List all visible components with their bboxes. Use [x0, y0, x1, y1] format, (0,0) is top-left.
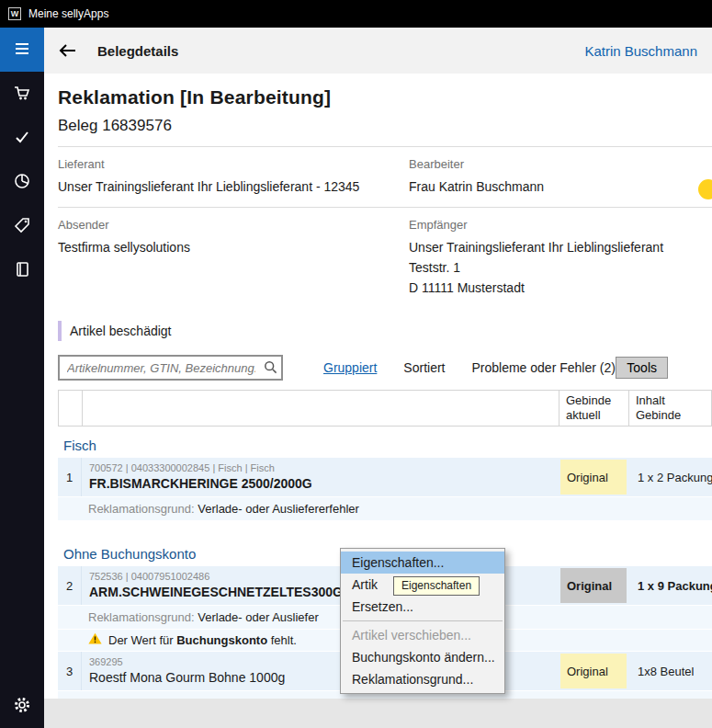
context-menu: Eigenschaften... Artik Ersetzen... Artik… — [340, 548, 505, 694]
row-number: 3 — [58, 652, 82, 690]
hamburger-icon — [13, 40, 31, 61]
grund-value: Verlade- oder Ausliefererfehler — [195, 502, 359, 516]
arrow-left-icon — [57, 41, 77, 60]
app-logo-icon: W — [8, 7, 21, 20]
app-window: W Meine sellyApps — [0, 0, 712, 728]
document-number: Beleg 16839576 — [58, 117, 712, 135]
table-row[interactable]: 1 700572 | 04033300002845 | Fisch | Fisc… — [58, 458, 712, 496]
sidebar-item-cart[interactable] — [0, 72, 44, 116]
header-cell-article — [83, 391, 559, 426]
filter-gruppiert-link[interactable]: Gruppiert — [323, 360, 377, 375]
absender-value: Testfirma sellysolutions — [58, 238, 409, 257]
app-title: Meine sellyApps — [28, 7, 108, 20]
header-cell-gebinde: Gebinde aktuell — [559, 391, 629, 426]
gear-icon — [13, 696, 31, 717]
list-toolbar: Gruppiert Sortiert Probleme oder Fehler … — [58, 355, 712, 381]
warning-icon — [88, 632, 102, 647]
page-title: Belegdetails — [97, 43, 178, 59]
pie-chart-icon — [13, 172, 31, 193]
sidebar-item-tasks[interactable] — [0, 116, 44, 160]
note-accent-bar — [58, 321, 62, 341]
bearbeiter-value: Frau Katrin Buschmann — [409, 177, 712, 197]
page-header: Belegdetails Katrin Buschmann — [44, 28, 712, 74]
inhalt-value: 1 x 2 Packungen — [628, 458, 712, 496]
search-icon — [264, 360, 277, 377]
absender-label: Absender — [58, 214, 409, 232]
menu-separator — [343, 620, 503, 621]
check-icon — [13, 128, 31, 149]
bearbeiter-label: Bearbeiter — [409, 154, 712, 171]
field-row-1: Lieferant Unser Trainingslieferant Ihr L… — [58, 147, 712, 205]
status-indicator — [698, 179, 712, 199]
hamburger-menu-button[interactable] — [0, 28, 44, 72]
empfaenger-line2: Teststr. 1 — [409, 258, 712, 278]
menu-item-reklamationsgrund[interactable]: Reklamationsgrund... — [341, 668, 504, 690]
group-gap — [58, 520, 712, 542]
gebinde-badge: Original — [560, 654, 627, 688]
table-header-row: Gebinde aktuell Inhalt Gebinde — [58, 390, 712, 427]
damage-note: Artikel beschädigt — [58, 321, 712, 341]
lieferant-value: Unser Trainingslieferant Ihr Lieblingsli… — [58, 177, 409, 197]
user-name-link[interactable]: Katrin Buschmann — [584, 43, 697, 59]
article-meta: 700572 | 04033300002845 | Fisch | Fisch — [89, 462, 551, 473]
empfaenger-line3: D 11111 Musterstadt — [409, 279, 712, 298]
sidebar-item-settings[interactable] — [0, 684, 44, 728]
field-row-2: Absender Testfirma sellysolutions Empfän… — [58, 208, 712, 306]
tag-icon — [13, 216, 31, 237]
gebinde-badge: Original — [560, 568, 627, 603]
cart-icon — [13, 84, 31, 105]
article-name: FR.BISMARCKHERINGE 2500/2000G — [89, 476, 551, 491]
gebinde-badge: Original — [560, 460, 627, 495]
menu-item-eigenschaften[interactable]: Eigenschaften... — [341, 552, 504, 574]
grund-value: Verlade- oder Ausliefer — [195, 610, 319, 624]
status-footer — [44, 699, 712, 728]
header-cell-rownum — [59, 391, 83, 426]
empfaenger-line1: Unser Trainingslieferant Ihr Lieblingsli… — [409, 238, 712, 257]
document-title: Reklamation [In Bearbeitung] — [58, 86, 712, 108]
back-button[interactable] — [57, 41, 77, 60]
filter-sortiert-link[interactable]: Sortiert — [403, 360, 445, 375]
book-icon — [13, 260, 31, 281]
sidebar-spacer — [0, 292, 44, 684]
tools-button[interactable]: Tools — [616, 357, 668, 379]
sidebar-item-reports[interactable] — [0, 160, 44, 204]
search-input[interactable] — [58, 355, 283, 381]
menu-item-artikel-verschieben-disabled: Artikel verschieben... — [341, 624, 504, 646]
filter-probleme-link[interactable]: Probleme oder Fehler (2) — [471, 360, 615, 375]
sidebar — [0, 28, 44, 728]
grund-value: Liefertermin abweichen — [195, 696, 322, 699]
header-cell-inhalt: Inhalt Gebinde — [629, 391, 711, 426]
inhalt-value: 1x8 Beutel — [628, 652, 712, 690]
menu-item-ersetzen[interactable]: Ersetzen... — [341, 596, 504, 618]
reklamationsgrund-row: Reklamationsgrund: Verlade- oder Auslief… — [58, 497, 712, 520]
sidebar-item-journal[interactable] — [0, 248, 44, 292]
row-number: 2 — [58, 566, 82, 605]
empfaenger-label: Empfänger — [409, 214, 712, 232]
inhalt-value: 1 x 9 Packungen — [628, 566, 712, 605]
lieferant-label: Lieferant — [58, 154, 409, 171]
note-text: Artikel beschädigt — [70, 324, 172, 338]
titlebar: W Meine sellyApps — [0, 0, 712, 28]
sidebar-item-labels[interactable] — [0, 204, 44, 248]
group-header-fisch[interactable]: Fisch — [58, 427, 712, 458]
tooltip: Eigenschaften — [393, 576, 480, 596]
row-number: 1 — [58, 458, 82, 496]
menu-item-buchungskonto-aendern[interactable]: Buchungskonto ändern... — [341, 646, 504, 668]
